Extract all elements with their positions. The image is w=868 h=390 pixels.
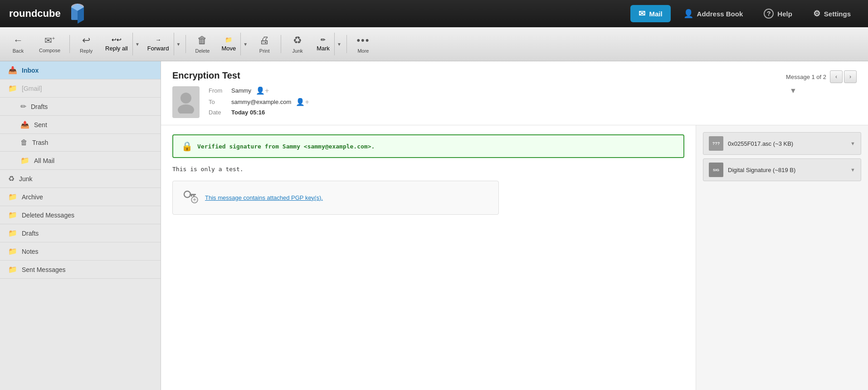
more-button[interactable]: ••• More — [350, 31, 377, 57]
forward-label: Forward — [147, 45, 169, 52]
verified-signature-banner: 🔒 Verified signature from Sammy <sammy@e… — [172, 134, 684, 158]
back-button[interactable]: ← Back — [5, 31, 32, 57]
back-label: Back — [13, 48, 24, 54]
email-view: Encryption Test From Sam — [161, 61, 868, 390]
sidebar-allmail-label: All Mail — [34, 157, 152, 164]
to-label: To — [209, 99, 227, 105]
settings-icon: ⚙ — [813, 9, 820, 19]
mark-main[interactable]: ✏ Mark — [312, 33, 334, 55]
sidebar-item-inbox[interactable]: 📥 Inbox — [0, 61, 161, 79]
move-button[interactable]: 📁 Move ▼ — [217, 33, 250, 55]
nav-addressbook-label: Address Book — [697, 10, 743, 18]
message-counter: Message 1 of 2 — [786, 74, 826, 80]
sidebar-item-drafts[interactable]: 📁 Drafts — [0, 224, 161, 242]
from-label: From — [209, 87, 227, 94]
main-layout: 📥 Inbox 📁 [Gmail] ✏ Drafts 📤 Sent 🗑 Tras… — [0, 61, 868, 390]
add-contact-from-icon[interactable]: 👤+ — [256, 86, 269, 95]
sig-dropdown-icon[interactable]: ▼ — [850, 167, 855, 173]
expand-details-icon[interactable]: ▼ — [790, 87, 797, 95]
delete-label: Delete — [195, 48, 210, 54]
sidebar-item-junk[interactable]: ♻ Junk — [0, 170, 161, 188]
email-subject: Encryption Test — [172, 70, 309, 81]
addressbook-icon: 👤 — [683, 9, 693, 19]
forward-button[interactable]: → Forward ▼ — [143, 33, 183, 55]
sidebar-item-notes[interactable]: 📁 Notes — [0, 242, 161, 261]
reply-button[interactable]: ↩ Reply — [73, 31, 100, 57]
sent-sub-icon: 📤 — [20, 120, 29, 129]
gmail-icon: 📁 — [8, 84, 17, 93]
help-icon: ? — [764, 9, 774, 19]
forward-dropdown[interactable]: ▼ — [174, 33, 183, 55]
sidebar-item-deleted[interactable]: 📁 Deleted Messages — [0, 206, 161, 224]
junk-sidebar-icon: ♻ — [8, 174, 15, 183]
date-label: Date — [209, 109, 227, 116]
mark-label: Mark — [317, 45, 330, 52]
move-icon: 📁 — [225, 36, 232, 43]
reply-label: Reply — [80, 48, 93, 54]
allmail-icon: 📁 — [20, 156, 29, 165]
sidebar-deleted-label: Deleted Messages — [22, 212, 152, 219]
attachment-asc[interactable]: ??? 0x0255F017.asc (~3 KB) ▼ — [703, 132, 861, 155]
reply-all-icon: ↩↩ — [112, 36, 122, 43]
email-details: From Sammy 👤+ To sammy@example.com 👤+ Da… — [209, 86, 309, 118]
move-dropdown[interactable]: ▼ — [240, 33, 250, 55]
nav-mail[interactable]: ✉ Mail — [630, 5, 670, 22]
move-main[interactable]: 📁 Move — [217, 33, 240, 55]
pgp-key-link[interactable]: This message contains attached PGP key(s… — [205, 194, 323, 201]
sidebar-junk-label: Junk — [19, 175, 152, 183]
to-value: sammy@example.com — [231, 99, 291, 105]
sidebar-notes-label: Notes — [22, 248, 152, 255]
date-value: Today 05:16 — [231, 109, 265, 116]
sidebar-item-drafts-sub[interactable]: ✏ Drafts — [0, 98, 161, 116]
attachment-sig[interactable]: SIG Digital Signature (~819 B) ▼ — [703, 158, 861, 181]
asc-dropdown-icon[interactable]: ▼ — [850, 141, 855, 146]
email-body: 🔒 Verified signature from Sammy <sammy@e… — [161, 125, 868, 390]
junk-icon: ♻ — [293, 35, 302, 46]
mark-button[interactable]: ✏ Mark ▼ — [312, 33, 344, 55]
junk-button[interactable]: ♻ Junk — [284, 31, 311, 57]
sent-messages-icon: 📁 — [8, 265, 17, 274]
logo-text: roundcube — [9, 8, 61, 20]
verified-text: Verified signature from Sammy <sammy@exa… — [197, 143, 375, 150]
nav-settings[interactable]: ⚙ Settings — [805, 5, 859, 22]
reply-all-main[interactable]: ↩↩ Reply all — [101, 33, 132, 55]
next-message-button[interactable]: › — [844, 70, 857, 83]
nav-help[interactable]: ? Help — [756, 5, 800, 22]
sig-filename: Digital Signature (~819 B) — [728, 167, 846, 173]
sep1 — [69, 35, 70, 53]
print-button[interactable]: 🖨 Print — [251, 31, 278, 57]
svg-point-5 — [178, 104, 194, 114]
nav-help-label: Help — [777, 10, 792, 18]
content-area: Encryption Test From Sam — [161, 61, 868, 390]
reply-all-label: Reply all — [105, 45, 128, 52]
delete-icon: 🗑 — [197, 35, 207, 46]
sidebar-item-trash-sub[interactable]: 🗑 Trash — [0, 134, 161, 152]
lock-icon: 🔒 — [181, 141, 193, 152]
email-body-text: This is only a test. — [172, 165, 684, 174]
drafts-icon: 📁 — [8, 229, 17, 237]
sidebar-item-sent-sub[interactable]: 📤 Sent — [0, 116, 161, 134]
sidebar-item-allmail[interactable]: 📁 All Mail — [0, 152, 161, 170]
mark-dropdown[interactable]: ▼ — [334, 33, 344, 55]
compose-label: Compose — [39, 48, 60, 53]
email-header-left: Encryption Test From Sam — [172, 70, 309, 118]
asc-file-icon: ??? — [709, 136, 723, 151]
sidebar-item-archive[interactable]: 📁 Archive — [0, 188, 161, 206]
nav-addressbook[interactable]: 👤 Address Book — [675, 5, 751, 22]
compose-icon: ✉+ — [44, 35, 55, 46]
reply-icon: ↩ — [82, 35, 90, 46]
prev-message-button[interactable]: ‹ — [830, 70, 843, 83]
forward-main[interactable]: → Forward — [143, 33, 174, 55]
compose-button[interactable]: ✉+ Compose — [33, 31, 67, 57]
email-meta: From Sammy 👤+ To sammy@example.com 👤+ Da… — [172, 86, 309, 118]
reply-all-button[interactable]: ↩↩ Reply all ▼ — [101, 33, 142, 55]
sidebar-item-gmail[interactable]: 📁 [Gmail] — [0, 79, 161, 98]
add-contact-to-icon[interactable]: 👤+ — [296, 98, 309, 106]
sidebar-drafts-label: Drafts — [22, 230, 152, 237]
logo-icon — [65, 3, 90, 25]
delete-button[interactable]: 🗑 Delete — [189, 31, 216, 57]
sidebar-item-sent-messages[interactable]: 📁 Sent Messages — [0, 261, 161, 279]
svg-rect-7 — [190, 194, 196, 195]
top-nav: ✉ Mail 👤 Address Book ? Help ⚙ Settings — [630, 5, 859, 22]
reply-all-dropdown[interactable]: ▼ — [132, 33, 142, 55]
